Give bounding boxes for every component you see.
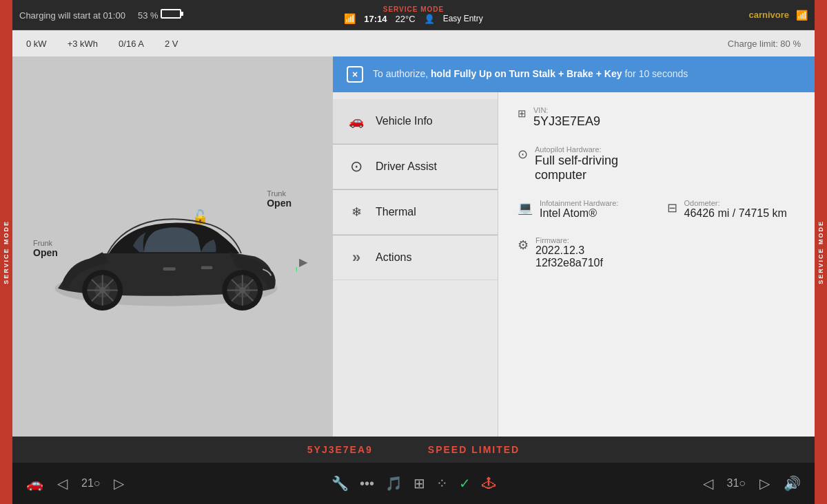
menu-item-actions[interactable]: » Actions (333, 235, 498, 280)
empty-cell-2 (667, 145, 796, 182)
nav-car-icon[interactable]: 🚗 (26, 475, 43, 492)
vin-content: VIN: 5YJ3E7EA9 (533, 106, 600, 129)
top-bar-time: 17:14 (364, 14, 387, 24)
odometer-value: 46426 mi / 74715 km (684, 207, 787, 220)
driver-assist-icon: ⊙ (347, 157, 366, 176)
firmware-label: Firmware: (535, 236, 646, 244)
menu-item-vehicle-info[interactable]: 🚗 Vehicle Info (333, 99, 498, 144)
charge-power-value: 0 kW (26, 39, 47, 49)
service-mode-label-left: SERVICE MODE (3, 220, 10, 284)
infotainment-label: Infotainment Hardware: (540, 199, 618, 207)
nav-joystick-icon[interactable]: 🕹 (482, 476, 496, 492)
menu-item-actions-label: Actions (376, 251, 411, 264)
svg-rect-18 (201, 266, 212, 269)
vin-label: VIN: (533, 106, 600, 114)
top-bar-temperature: 22°C (396, 14, 416, 24)
top-bar-center: SERVICE MODE 📶 17:14 22°C 👤 Easy Entry (344, 6, 482, 24)
user-icon: 👤 (424, 14, 435, 24)
odometer-icon: ⊟ (667, 200, 677, 216)
autopilot-content: Autopilot Hardware: Full self-driving co… (535, 145, 646, 182)
odometer-block: ⊟ Odometer: 46426 mi / 74715 km (667, 199, 796, 220)
auth-close-button[interactable]: × (347, 66, 363, 83)
top-bar-right: carnivore 📶 (748, 10, 808, 21)
vin-block: ⊞ VIN: 5YJ3E7EA9 (518, 106, 646, 129)
auth-close-icon: × (352, 69, 358, 80)
auth-banner: × To authorize, hold Fully Up on Turn St… (333, 56, 815, 92)
auth-suffix: for 10 seconds (622, 68, 688, 79)
autopilot-label: Autopilot Hardware: (535, 145, 646, 154)
firmware-block: ⚙ Firmware: 2022.12.3 12f32e8a710f (518, 236, 646, 269)
nav-check-icon[interactable]: ✓ (459, 475, 471, 492)
vehicle-info-panel: ⊞ VIN: 5YJ3E7EA9 ⊙ (498, 92, 815, 437)
top-bar: Charging will start at 01:00 53 % SERVIC… (12, 0, 815, 30)
nav-back-arrow-right[interactable]: ◁ (703, 475, 713, 492)
bottom-nav-left: 🚗 ◁ 21○ ▷ (26, 475, 124, 492)
nav-spotify-icon[interactable]: 🎵 (385, 475, 402, 492)
nav-grid-icon[interactable]: ⊞ (414, 475, 425, 492)
charge-voltage-value: 2 V (165, 39, 178, 49)
auth-bold-text: hold Fully Up on Turn Stalk + Brake + Ke… (431, 68, 622, 79)
vehicle-info-icon: 🚗 (347, 112, 366, 131)
menu-item-thermal-label: Thermal (376, 206, 416, 218)
menu-item-driver-assist-label: Driver Assist (376, 160, 437, 173)
nav-forward-arrow-right[interactable]: ▷ (759, 475, 770, 492)
autopilot-block: ⊙ Autopilot Hardware: Full self-driving … (518, 145, 646, 182)
connector-indicator: ▶ (299, 255, 307, 269)
nav-apps-icon[interactable]: ⁘ (436, 475, 448, 492)
firmware-with-icon: ⚙ Firmware: 2022.12.3 12f32e8a710f (518, 236, 646, 269)
autopilot-with-icon: ⊙ Autopilot Hardware: Full self-driving … (518, 145, 646, 182)
vin-icon: ⊞ (518, 107, 527, 120)
top-bar-info: 📶 17:14 22°C 👤 Easy Entry (344, 13, 482, 24)
vin-with-icon: ⊞ VIN: 5YJ3E7EA9 (518, 106, 646, 129)
nav-dots-icon[interactable]: ••• (360, 476, 374, 492)
nav-right-number: 31○ (727, 477, 746, 490)
odometer-label: Odometer: (684, 199, 787, 207)
empty-cell-1 (667, 106, 796, 129)
firmware-icon: ⚙ (518, 238, 529, 253)
menu-item-thermal[interactable]: ❄ Thermal (333, 190, 498, 235)
left-panel: Frunk Open Trunk Open 🔓 (12, 56, 333, 437)
menu-info-area: 🚗 Vehicle Info ⊙ Driver Assist ❄ Thermal (333, 92, 815, 437)
charge-energy-value: +3 kWh (68, 39, 98, 49)
bottom-speed-status: SPEED LIMITED (428, 444, 520, 455)
firmware-content: Firmware: 2022.12.3 12f32e8a710f (535, 236, 646, 269)
infotainment-with-icon: 💻 Infotainment Hardware: Intel Atom® (518, 199, 646, 220)
car-svg: ⚡ (35, 171, 297, 336)
auth-banner-text: To authorize, hold Fully Up on Turn Stal… (373, 67, 688, 81)
vin-value: 5YJ3E7EA9 (533, 114, 600, 129)
car-image-container: ⚡ ▶ (35, 157, 311, 336)
menu-item-vehicle-info-label: Vehicle Info (376, 115, 433, 127)
content-area: Frunk Open Trunk Open 🔓 (12, 56, 815, 437)
thermal-icon: ❄ (347, 202, 366, 222)
nav-forward-arrow[interactable]: ▷ (114, 475, 124, 492)
nav-volume-icon[interactable]: 🔊 (784, 475, 801, 492)
chip-icon: 💻 (518, 200, 533, 216)
nav-back-arrow[interactable]: ◁ (57, 475, 68, 492)
autopilot-value: Full self-driving computer (535, 154, 646, 182)
service-mode-center-label: SERVICE MODE (344, 6, 482, 13)
battery-percent-text: 53 % (138, 10, 159, 21)
charge-energy: +3 kWh (68, 39, 98, 49)
infotainment-value: Intel Atom® (540, 207, 618, 220)
firmware-value: 2022.12.3 12f32e8a710f (535, 244, 646, 269)
wifi-icon: 📶 (796, 10, 808, 21)
infotainment-block: 💻 Infotainment Hardware: Intel Atom® (518, 199, 646, 220)
charge-voltage: 2 V (165, 39, 178, 49)
bottom-nav: 🚗 ◁ 21○ ▷ 🔧 ••• 🎵 ⊞ ⁘ ✓ 🕹 ◁ 31○ ▷ 🔊 (12, 463, 815, 504)
charge-power: 0 kW (26, 39, 47, 49)
logo-text: carnivore (748, 10, 789, 20)
charging-status-text: Charging will start at 01:00 (19, 10, 125, 21)
charge-limit: Charge limit: 80 % (728, 39, 801, 49)
service-bar-left: SERVICE MODE (0, 0, 12, 504)
auth-prefix: To authorize, (373, 68, 431, 79)
right-panel: × To authorize, hold Fully Up on Turn St… (333, 56, 815, 437)
odometer-content: Odometer: 46426 mi / 74715 km (684, 199, 787, 220)
bottom-vin-text: 5YJ3E7EA9 (307, 444, 373, 455)
bottom-nav-center: 🔧 ••• 🎵 ⊞ ⁘ ✓ 🕹 (331, 475, 496, 492)
odometer-with-icon: ⊟ Odometer: 46426 mi / 74715 km (667, 199, 796, 220)
charge-bar: 0 kW +3 kWh 0/16 A 2 V Charge limit: 80 … (12, 30, 815, 56)
service-bar-right: SERVICE MODE (815, 0, 827, 504)
nav-left-number: 21○ (81, 477, 100, 490)
nav-wrench-icon[interactable]: 🔧 (331, 475, 349, 492)
menu-item-driver-assist[interactable]: ⊙ Driver Assist (333, 145, 498, 189)
